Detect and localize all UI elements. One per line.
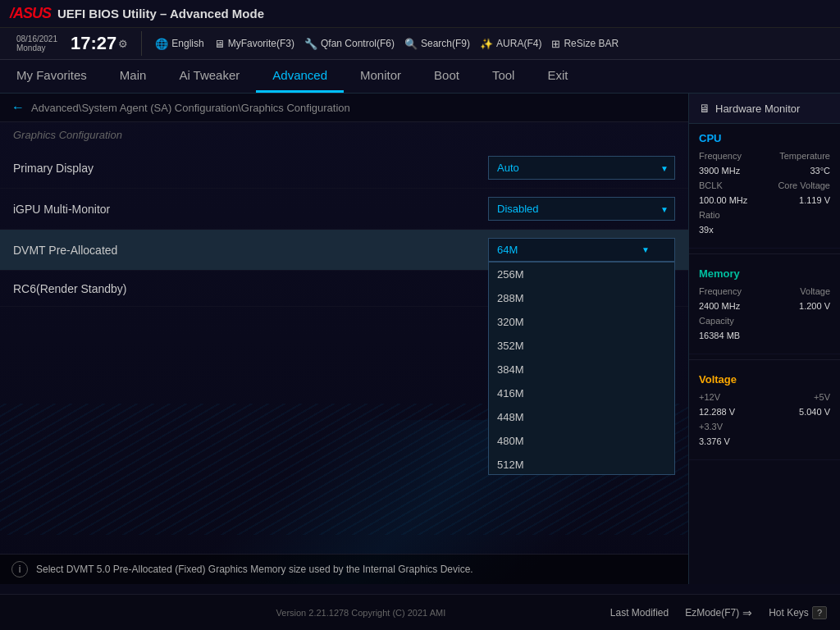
search-icon: 🔍 [404, 38, 418, 50]
footer-version: Version 2.21.1278 Copyright (C) 2021 AMI [112, 608, 610, 618]
hw-monitor-header: 🖥 Hardware Monitor [689, 94, 840, 124]
date-display: 08/16/2021Monday [16, 34, 57, 52]
memory-section: Memory Frequency Voltage 2400 MHz 1.200 … [689, 259, 840, 354]
fan-icon: 🔧 [304, 38, 317, 50]
cpu-bclk-row: BCLK Core Voltage [699, 180, 830, 190]
settings-list: Primary Display Auto iGPU Multi-Monitor … [0, 144, 688, 310]
nav-item-my-favorites[interactable]: My Favorites [0, 60, 103, 93]
breadcrumb-text: Advanced\System Agent (SA) Configuration… [31, 102, 350, 114]
hw-monitor-title: Hardware Monitor [715, 103, 800, 115]
setting-row-primary-display: Primary Display Auto [0, 148, 688, 189]
nav-item-main[interactable]: Main [103, 60, 163, 93]
content-area: ← Advanced\System Agent (SA) Configurati… [0, 94, 688, 584]
breadcrumb: ← Advanced\System Agent (SA) Configurati… [0, 94, 688, 122]
cpu-frequency-label: Frequency [699, 151, 742, 161]
voltage-section: Voltage +12V +5V 12.288 V 5.040 V +3.3V … [689, 365, 840, 460]
footer: Version 2.21.1278 Copyright (C) 2021 AMI… [0, 594, 840, 630]
mem-frequency-row: Frequency Voltage [699, 286, 830, 296]
asus-logo: /ASUS [10, 5, 51, 22]
toolbar-divider [141, 31, 142, 56]
my-favorite-button[interactable]: 🖥 MyFavorite(F3) [214, 38, 294, 50]
setting-row-igpu-multi-monitor: iGPU Multi-Monitor Disabled [0, 189, 688, 230]
nav-item-tool[interactable]: Tool [476, 60, 532, 93]
volt-12-label: +12V [699, 392, 720, 402]
voltage-section-title: Voltage [699, 373, 830, 386]
qfan-control-button[interactable]: 🔧 Qfan Control(F6) [304, 38, 395, 50]
hot-keys-badge: ? [812, 606, 827, 619]
dropdown-option[interactable]: 288M [489, 286, 674, 310]
igpu-multi-monitor-dropdown-wrapper[interactable]: Disabled [488, 197, 675, 221]
nav-bar: My Favorites Main Ai Tweaker Advanced Mo… [0, 60, 840, 94]
datetime-display: 08/16/2021Monday [8, 34, 57, 52]
cpu-ratio-value: 39x [699, 225, 714, 235]
mem-capacity-label: Capacity [699, 316, 734, 326]
nav-item-monitor[interactable]: Monitor [344, 60, 418, 93]
main-layout: ← Advanced\System Agent (SA) Configurati… [0, 94, 840, 584]
nav-item-ai-tweaker[interactable]: Ai Tweaker [162, 60, 256, 93]
bios-title: UEFI BIOS Utility – Advanced Mode [57, 7, 830, 21]
memory-section-title: Memory [699, 267, 830, 280]
ez-mode-arrow-icon: ⇒ [742, 606, 752, 619]
nav-item-advanced[interactable]: Advanced [256, 60, 344, 93]
volt-33-value-row: 3.376 V [699, 436, 830, 446]
cpu-frequency-value-row: 3900 MHz 33°C [699, 166, 830, 176]
dropdown-option[interactable]: 416M [489, 381, 674, 405]
hw-divider-2 [689, 359, 840, 360]
dropdown-option[interactable]: 384M [489, 358, 674, 381]
dropdown-option[interactable]: 480M [489, 429, 674, 453]
cpu-core-voltage-value: 1.119 V [799, 195, 830, 205]
primary-display-value: Auto [488, 156, 675, 180]
volt-33-label: +3.3V [699, 422, 723, 431]
cpu-bclk-value-row: 100.00 MHz 1.119 V [699, 195, 830, 205]
volt-33-row: +3.3V [699, 422, 830, 431]
language-selector[interactable]: 🌐 English [155, 38, 203, 50]
last-modified-button[interactable]: Last Modified [610, 606, 669, 619]
volt-12-row: +12V +5V [699, 392, 830, 402]
cpu-ratio-label: Ratio [699, 210, 720, 220]
hot-keys-button[interactable]: Hot Keys ? [769, 606, 827, 619]
cpu-temperature-value: 33°C [810, 166, 830, 176]
cpu-bclk-value: 100.00 MHz [699, 195, 747, 205]
gear-icon[interactable]: ⚙ [118, 38, 128, 50]
cpu-frequency-row: Frequency Temperature [699, 151, 830, 161]
hw-divider-1 [689, 253, 840, 254]
mem-frequency-value: 2400 MHz [699, 301, 740, 311]
volt-33-value: 3.376 V [699, 436, 730, 446]
dvmt-pre-allocated-value: 64M ▼ 256M288M320M352M384M416M448M480M51… [488, 238, 675, 262]
aura-icon: ✨ [480, 38, 493, 50]
dvmt-dropdown-arrow-icon: ▼ [641, 245, 650, 254]
dropdown-option[interactable]: 352M [489, 334, 674, 358]
toolbar-items: 🌐 English 🖥 MyFavorite(F3) 🔧 Qfan Contro… [155, 38, 832, 50]
monitor-icon: 🖥 [699, 102, 710, 115]
aura-button[interactable]: ✨ AURA(F4) [480, 38, 541, 50]
igpu-multi-monitor-select[interactable]: Disabled [488, 197, 675, 221]
primary-display-select[interactable]: Auto [488, 156, 675, 180]
cpu-ratio-row: Ratio [699, 210, 830, 220]
footer-actions: Last Modified EzMode(F7) ⇒ Hot Keys ? [610, 606, 827, 619]
dvmt-dropdown-display[interactable]: 64M ▼ [488, 238, 675, 262]
setting-row-dvmt-pre-allocated: DVMT Pre-Allocated 64M ▼ 256M288M320M352… [0, 230, 688, 271]
dropdown-option[interactable]: 448M [489, 405, 674, 429]
primary-display-dropdown-wrapper[interactable]: Auto [488, 156, 675, 180]
cpu-section: CPU Frequency Temperature 3900 MHz 33°C … [689, 124, 840, 249]
dropdown-option[interactable]: 320M [489, 310, 674, 334]
mem-capacity-row: Capacity [699, 316, 830, 326]
resize-icon: ⊞ [551, 38, 560, 50]
nav-item-exit[interactable]: Exit [531, 60, 584, 93]
search-button[interactable]: 🔍 Search(F9) [404, 38, 470, 50]
resize-bar-button[interactable]: ⊞ ReSize BAR [551, 38, 619, 50]
nav-item-boot[interactable]: Boot [418, 60, 476, 93]
dropdown-option[interactable]: 256M [489, 262, 674, 286]
igpu-multi-monitor-label: iGPU Multi-Monitor [13, 203, 488, 216]
hw-monitor-panel: 🖥 Hardware Monitor CPU Frequency Tempera… [688, 94, 840, 584]
mem-capacity-value: 16384 MB [699, 331, 740, 340]
dropdown-option[interactable]: 512M [489, 453, 674, 475]
dvmt-pre-allocated-label: DVMT Pre-Allocated [13, 244, 488, 257]
time-display: 17:27 [71, 33, 116, 54]
mem-capacity-value-row: 16384 MB [699, 331, 830, 340]
back-arrow-button[interactable]: ← [11, 100, 25, 115]
dvmt-dropdown-list[interactable]: 256M288M320M352M384M416M448M480M512M1024… [488, 262, 675, 475]
info-icon: i [11, 561, 28, 578]
cpu-frequency-value: 3900 MHz [699, 166, 740, 176]
ez-mode-button[interactable]: EzMode(F7) ⇒ [685, 606, 752, 619]
